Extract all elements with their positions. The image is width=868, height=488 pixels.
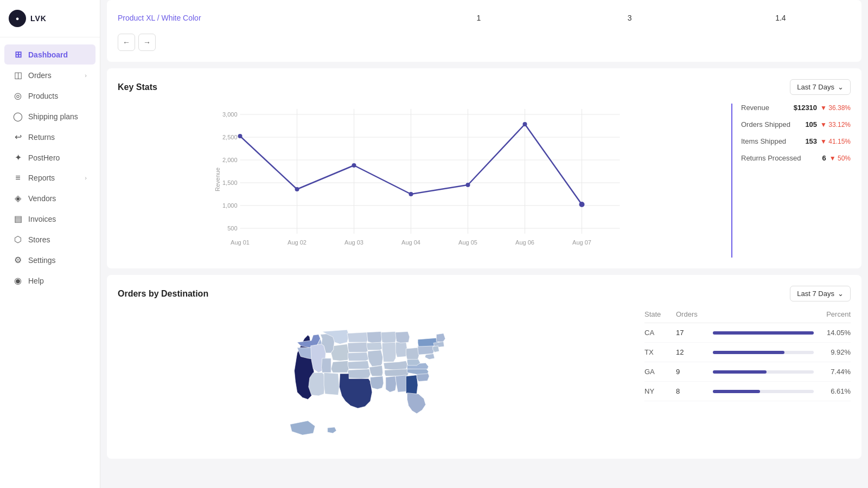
chart-container: 3,000 2,500 2,000 1,500 1,000 500 Revenu… xyxy=(118,104,851,258)
orders-destination-dropdown[interactable]: Last 7 Days ⌄ xyxy=(790,286,851,301)
map-state: GA xyxy=(644,368,672,376)
bar-track xyxy=(713,390,814,393)
sidebar-item-returns[interactable]: ↩ Returns xyxy=(4,127,95,147)
bar-track xyxy=(713,351,814,354)
map-orders: 17 xyxy=(676,329,709,337)
map-table-header: State Orders Percent xyxy=(644,310,851,323)
sidebar-item-posthero[interactable]: ✦ PostHero xyxy=(4,147,95,168)
map-percent: 14.05% xyxy=(818,329,851,337)
stat-row: Items Shipped 153 ▼ 41.15% xyxy=(741,137,851,145)
nav-icon-orders: ◫ xyxy=(13,70,23,80)
logo-area: ● LVK xyxy=(0,0,100,37)
nav-icon-vendors: ◈ xyxy=(13,193,23,203)
key-stats-dropdown[interactable]: Last 7 Days ⌄ xyxy=(790,79,851,95)
sidebar-item-invoices[interactable]: ▤ Invoices xyxy=(4,209,95,229)
sidebar-item-help[interactable]: ◉ Help xyxy=(4,271,95,291)
map-orders: 12 xyxy=(676,348,709,356)
map-orders: 9 xyxy=(676,368,709,376)
bar-track xyxy=(713,370,814,374)
sidebar-item-settings[interactable]: ⚙ Settings xyxy=(4,250,95,270)
svg-text:3,000: 3,000 xyxy=(222,111,238,118)
stat-change: ▼ 33.12% xyxy=(820,121,851,129)
map-orders: 8 xyxy=(676,387,709,395)
logo-text: LVK xyxy=(30,14,47,23)
product-link[interactable]: Product XL / White Color xyxy=(118,14,201,22)
sidebar-item-reports[interactable]: ≡ Reports › xyxy=(4,168,95,188)
orders-destination-title: Orders by Destination xyxy=(118,289,208,299)
map-table-row: GA 9 7.44% xyxy=(644,362,851,382)
svg-text:Aug 01: Aug 01 xyxy=(231,239,250,246)
key-stats-header: Key Stats Last 7 Days ⌄ xyxy=(118,79,851,95)
svg-point-31 xyxy=(523,122,527,126)
map-state: TX xyxy=(644,348,672,356)
stat-label: Orders Shipped xyxy=(741,120,790,129)
nav-icon-settings: ⚙ xyxy=(13,255,23,265)
product-col3: 1.4 xyxy=(711,14,851,22)
nav-icon-reports: ≡ xyxy=(13,173,23,183)
sidebar-item-vendors[interactable]: ◈ Vendors xyxy=(4,188,95,208)
chevron-icon-reports: › xyxy=(85,175,87,181)
logo-icon: ● xyxy=(9,10,26,27)
col-orders-header: Orders xyxy=(676,310,709,318)
sidebar-item-dashboard[interactable]: ⊞ Dashboard xyxy=(4,44,95,65)
nav-label-settings: Settings xyxy=(28,256,56,265)
product-name[interactable]: Product XL / White Color xyxy=(118,13,398,23)
map-table-row: TX 12 9.92% xyxy=(644,343,851,362)
next-page-button[interactable]: → xyxy=(138,34,156,51)
key-stats-title: Key Stats xyxy=(118,82,157,92)
chart-stats: Revenue $12310 ▼ 36.38% Orders Shipped 1… xyxy=(731,104,851,258)
nav-label-returns: Returns xyxy=(28,133,55,142)
svg-text:2,000: 2,000 xyxy=(222,157,238,163)
nav-label-reports: Reports xyxy=(28,174,55,182)
pagination: ← → xyxy=(118,27,851,53)
svg-point-28 xyxy=(352,163,356,168)
svg-point-29 xyxy=(409,192,413,196)
usa-map-svg xyxy=(118,310,634,446)
key-stats-dropdown-label: Last 7 Days xyxy=(797,83,834,91)
nav-icon-shipping-plans: ◯ xyxy=(13,111,23,121)
chevron-down-icon-2: ⌄ xyxy=(838,290,844,298)
bar-track xyxy=(713,331,814,335)
nav-label-products: Products xyxy=(28,92,58,100)
product-table-row: Product XL / White Color 1 3 1.4 xyxy=(118,9,851,27)
nav-icon-help: ◉ xyxy=(13,275,23,286)
prev-page-button[interactable]: ← xyxy=(118,34,135,51)
bar-fill xyxy=(713,370,767,374)
map-bar xyxy=(713,390,814,393)
bar-fill xyxy=(713,351,784,354)
nav-label-dashboard: Dashboard xyxy=(28,50,68,59)
stat-value-group: $12310 ▼ 36.38% xyxy=(794,104,851,112)
stat-value-group: 6 ▼ 50% xyxy=(822,154,851,162)
svg-text:Aug 02: Aug 02 xyxy=(288,239,307,246)
nav-label-stores: Stores xyxy=(28,235,50,244)
chevron-icon-orders: › xyxy=(85,72,87,79)
sidebar-item-stores[interactable]: ⬡ Stores xyxy=(4,229,95,249)
nav-label-vendors: Vendors xyxy=(28,194,56,203)
orders-destination-section: Orders by Destination Last 7 Days ⌄ xyxy=(107,275,861,459)
map-container: State Orders Percent CA 17 14.05% TX 12 xyxy=(118,310,851,448)
product-col2: 3 xyxy=(560,14,700,22)
map-percent: 6.61% xyxy=(818,387,851,395)
bar-fill xyxy=(713,390,760,393)
svg-text:500: 500 xyxy=(227,225,237,232)
map-percent: 9.92% xyxy=(818,348,851,356)
nav-icon-dashboard: ⊞ xyxy=(13,49,23,60)
product-col1: 1 xyxy=(409,14,548,22)
svg-text:1,500: 1,500 xyxy=(222,179,238,186)
sidebar-item-orders[interactable]: ◫ Orders › xyxy=(4,65,95,85)
svg-point-26 xyxy=(238,134,242,138)
map-area xyxy=(118,310,634,448)
main-content: Product XL / White Color 1 3 1.4 ← → Key… xyxy=(100,0,868,488)
sidebar-item-shipping-plans[interactable]: ◯ Shipping plans xyxy=(4,106,95,126)
stat-value-group: 105 ▼ 33.12% xyxy=(805,120,851,129)
nav-label-help: Help xyxy=(28,277,44,285)
stat-value: 6 xyxy=(822,154,826,162)
sidebar-item-products[interactable]: ◎ Products xyxy=(4,86,95,106)
stat-change: ▼ 36.38% xyxy=(820,104,851,112)
svg-text:1,000: 1,000 xyxy=(222,202,238,209)
stat-row: Returns Processed 6 ▼ 50% xyxy=(741,154,851,162)
nav-icon-invoices: ▤ xyxy=(13,214,23,224)
svg-text:2,500: 2,500 xyxy=(222,134,238,140)
nav-label-orders: Orders xyxy=(28,71,52,80)
svg-point-32 xyxy=(579,202,585,207)
